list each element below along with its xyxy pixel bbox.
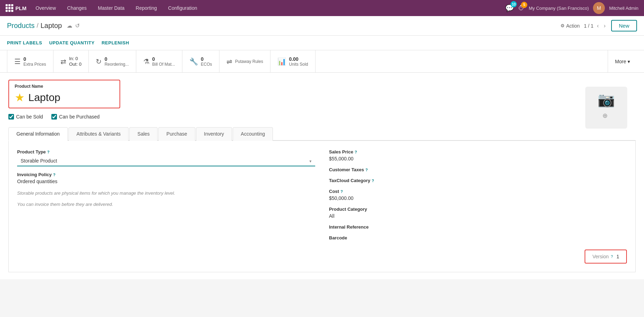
barcode-field: Barcode xyxy=(329,235,627,240)
product-type-select-wrapper: Storable Product Consumable Service xyxy=(17,156,315,166)
breadcrumb-current: Laptop xyxy=(41,22,62,30)
smart-buttons-bar: ☰ 0 Extra Prices ⇄ In: 0 Out: 0 ↻ 0 Reor… xyxy=(0,50,644,73)
putaway-button[interactable]: ⇌ Putaway Rules xyxy=(219,50,270,72)
customer-taxes-help[interactable]: ? xyxy=(366,168,368,172)
product-image-upload[interactable]: 📷⊕ xyxy=(585,87,627,129)
new-button[interactable]: New xyxy=(611,20,637,31)
nav-reporting[interactable]: Reporting xyxy=(131,0,162,16)
gear-icon: ⚙ xyxy=(560,23,565,28)
nav-overview[interactable]: Overview xyxy=(31,0,61,16)
clock-badge: 5 xyxy=(521,2,527,8)
nav-master-data[interactable]: Master Data xyxy=(93,0,129,16)
product-title[interactable]: Laptop xyxy=(28,92,60,103)
product-name-box: Product Name ★ Laptop xyxy=(8,80,120,108)
company-name: My Company (San Francisco) xyxy=(529,6,589,11)
print-labels-button[interactable]: PRINT LABELS xyxy=(7,40,42,45)
transfer-icon: ⇄ xyxy=(60,57,66,66)
replenish-button[interactable]: REPLENISH xyxy=(102,40,129,45)
internal-reference-field: Internal Reference xyxy=(329,224,627,230)
flask-icon: ⚗ xyxy=(143,57,150,66)
wrench-icon: 🔧 xyxy=(189,57,198,66)
extra-prices-button[interactable]: ☰ 0 Extra Prices xyxy=(7,50,53,72)
invoicing-policy-help[interactable]: ? xyxy=(53,173,56,177)
chat-badge: 10 xyxy=(511,1,517,7)
tab-sales[interactable]: Sales xyxy=(129,127,158,141)
cost-help[interactable]: ? xyxy=(340,189,343,194)
nav-changes[interactable]: Changes xyxy=(62,0,92,16)
camera-icon: 📷⊕ xyxy=(598,92,615,124)
taxcloud-category-field: TaxCloud Category ? xyxy=(329,178,627,183)
next-record-button[interactable]: › xyxy=(602,22,607,30)
action-button[interactable]: ⚙ Action xyxy=(560,23,580,29)
breadcrumb-icons: ☁ ↺ xyxy=(67,22,80,29)
user-avatar[interactable]: M xyxy=(593,2,605,14)
in-out-button[interactable]: ⇄ In: 0 Out: 0 xyxy=(53,50,89,72)
tab-general-information[interactable]: General Information xyxy=(8,127,68,141)
cloud-icon[interactable]: ☁ xyxy=(67,22,72,29)
nav-right-area: 💬 10 ⏱ 5 My Company (San Francisco) M Mi… xyxy=(505,2,638,14)
chevron-down-icon: ▾ xyxy=(628,59,630,64)
chat-button[interactable]: 💬 10 xyxy=(505,4,514,12)
can-be-sold-checkbox[interactable]: Can be Sold xyxy=(8,114,43,120)
breadcrumb-bar: Products / Laptop ☁ ↺ ⚙ Action 1 / 1 ‹ ›… xyxy=(0,16,644,36)
breadcrumb-right: ⚙ Action 1 / 1 ‹ › New xyxy=(560,20,637,31)
form-header: Product Name ★ Laptop 📷⊕ xyxy=(8,80,636,114)
general-right-column: Sales Price ? $55,000.00 Customer Taxes … xyxy=(329,149,627,264)
units-sold-button[interactable]: 📊 0.00 Units Sold xyxy=(270,50,316,72)
general-left-column: Product Type ? Storable Product Consumab… xyxy=(17,149,315,264)
ecos-button[interactable]: 🔧 0 ECOs xyxy=(182,50,219,72)
sales-price-help[interactable]: ? xyxy=(355,150,357,154)
can-be-purchased-checkbox[interactable]: Can be Purchased xyxy=(51,114,100,120)
tab-content-general: Product Type ? Storable Product Consumab… xyxy=(8,141,636,272)
product-type-help[interactable]: ? xyxy=(47,150,50,154)
nav-configuration[interactable]: Configuration xyxy=(163,0,202,16)
tab-inventory[interactable]: Inventory xyxy=(196,127,232,141)
prev-record-button[interactable]: ‹ xyxy=(595,22,600,30)
can-be-purchased-input[interactable] xyxy=(51,114,57,120)
update-quantity-button[interactable]: UPDATE QUANTITY xyxy=(49,40,95,45)
refresh-icon[interactable]: ↺ xyxy=(75,22,80,29)
tab-attributes-variants[interactable]: Attributes & Variants xyxy=(68,127,129,141)
form-container: Product Name ★ Laptop 📷⊕ Can be Sold Can… xyxy=(0,73,644,279)
tab-purchase[interactable]: Purchase xyxy=(158,127,195,141)
product-type-select[interactable]: Storable Product Consumable Service xyxy=(17,156,315,166)
product-flags: Can be Sold Can be Purchased xyxy=(8,114,636,120)
product-type-description: Storable products are physical items for… xyxy=(17,190,315,208)
more-button[interactable]: More ▾ xyxy=(608,50,637,72)
record-navigation: 1 / 1 ‹ › xyxy=(584,22,607,30)
tab-accounting[interactable]: Accounting xyxy=(233,127,273,141)
taxcloud-help[interactable]: ? xyxy=(372,179,374,183)
tab-bar: General Information Attributes & Variant… xyxy=(8,127,636,141)
grid-icon xyxy=(6,4,13,12)
can-be-sold-input[interactable] xyxy=(8,114,14,120)
user-name: Mitchell Admin xyxy=(609,6,638,11)
product-category-field: Product Category All xyxy=(329,207,627,219)
reordering-button[interactable]: ↻ 0 Reordering... xyxy=(89,50,136,72)
breadcrumb-separator: / xyxy=(37,22,38,29)
chart-icon: 📊 xyxy=(277,57,286,66)
app-name: PLM xyxy=(15,5,27,11)
general-info-grid: Product Type ? Storable Product Consumab… xyxy=(17,149,627,264)
action-bar: PRINT LABELS UPDATE QUANTITY REPLENISH xyxy=(0,36,644,50)
clock-button[interactable]: ⏱ 5 xyxy=(518,5,524,12)
breadcrumb: Products / Laptop ☁ ↺ xyxy=(7,22,558,30)
favorite-star-icon[interactable]: ★ xyxy=(15,91,25,104)
version-field[interactable]: Version ? 1 xyxy=(585,250,627,264)
list-icon: ☰ xyxy=(14,57,21,66)
customer-taxes-field: Customer Taxes ? xyxy=(329,167,627,172)
app-logo[interactable]: PLM xyxy=(6,4,27,12)
bom-button[interactable]: ⚗ 0 Bill Of Mat... xyxy=(136,50,182,72)
invoicing-policy-field: Invoicing Policy ? Ordered quantities xyxy=(17,172,315,184)
breadcrumb-parent[interactable]: Products xyxy=(7,22,35,30)
reorder-icon: ↻ xyxy=(96,57,102,66)
shuffle-icon: ⇌ xyxy=(226,57,232,66)
top-navigation: PLM Overview Changes Master Data Reporti… xyxy=(0,0,644,16)
product-type-field: Product Type ? Storable Product Consumab… xyxy=(17,149,315,166)
sales-price-field: Sales Price ? $55,000.00 xyxy=(329,149,627,161)
cost-field: Cost ? $50,000.00 xyxy=(329,189,627,201)
